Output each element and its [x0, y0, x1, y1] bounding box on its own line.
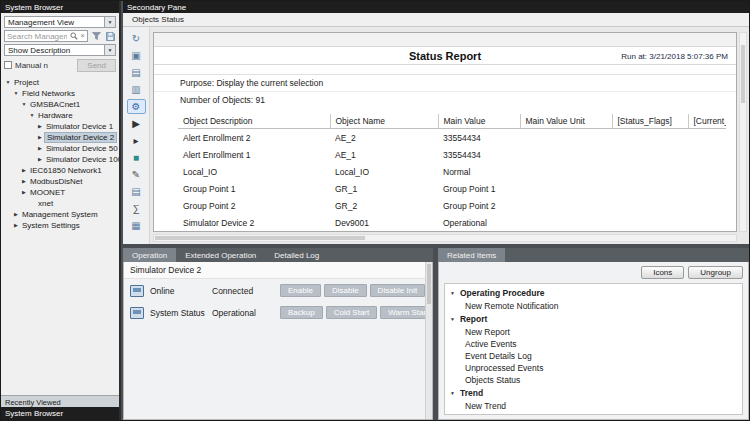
print-icon[interactable]: ▥ [127, 82, 146, 97]
related-group-operating-procedure[interactable]: ▼Operating Procedure [450, 286, 737, 300]
report-cell [612, 231, 688, 232]
export-icon[interactable]: ▤ [127, 65, 146, 80]
tree-item-gmsbacnet1[interactable]: ▼GMSBACnet1 [1, 99, 119, 110]
recently-viewed-bar[interactable]: Recently Viewed [1, 395, 119, 407]
tab-objects-status[interactable]: Objects Status [123, 14, 193, 25]
tab-operation[interactable]: Operation [123, 248, 176, 262]
run-icon[interactable]: ▶ [127, 116, 146, 131]
scrollbar-thumb[interactable] [427, 264, 431, 304]
scrollbar-thumb[interactable] [155, 236, 365, 240]
dropdown-arrow-icon[interactable]: ▼ [104, 17, 115, 27]
report-cell [612, 214, 688, 231]
system-browser-bottom-tab[interactable]: System Browser [1, 407, 119, 420]
related-item-new-trend[interactable]: New Trend [450, 400, 737, 412]
report-cell [520, 146, 612, 163]
manual-navigation-checkbox[interactable] [4, 61, 12, 69]
tree-item-simulator-device-50[interactable]: ▶Simulator Device 50 [1, 143, 119, 154]
report-column-header: Object Name [330, 114, 438, 129]
report-cell [688, 231, 726, 232]
document-icon[interactable]: ▤ [127, 184, 146, 199]
related-item-unprocessed-events[interactable]: Unprocessed Events [450, 362, 737, 374]
report-cell [612, 163, 688, 180]
tree-item-project[interactable]: ▼Project [1, 77, 119, 88]
tab-related-items[interactable]: Related Items [438, 248, 505, 262]
expand-icon[interactable]: ▶ [36, 146, 44, 151]
description-mode-dropdown[interactable]: Show Description ▼ [4, 44, 116, 56]
secondary-pane-title: Secondary Pane [123, 1, 749, 13]
expand-icon[interactable]: ▶ [12, 212, 20, 217]
report-cell: Group Point 1 [178, 180, 330, 197]
related-item-event-details-log[interactable]: Event Details Log [450, 350, 737, 362]
stop-icon[interactable]: ■ [127, 150, 146, 165]
tree-item-hardware[interactable]: ▼Hardware [1, 110, 119, 121]
formula-icon[interactable]: ∑ [127, 201, 146, 216]
cold-start-button[interactable]: Cold Start [326, 306, 378, 319]
related-group-label: Trend [460, 388, 483, 398]
tree-item-label: xnet [36, 199, 55, 208]
backup-button[interactable]: Backup [280, 306, 323, 319]
save-search-icon[interactable] [104, 30, 116, 42]
filter-icon[interactable] [90, 30, 102, 42]
collapse-icon[interactable]: ▼ [20, 102, 28, 107]
tree-item-field-networks[interactable]: ▼Field Networks [1, 88, 119, 99]
related-item-active-events[interactable]: Active Events [450, 338, 737, 350]
refresh-icon[interactable]: ↻ [127, 31, 146, 46]
related-item-new-report[interactable]: New Report [450, 326, 737, 338]
resume-icon[interactable]: ▸ [127, 133, 146, 148]
tree-item-simulator-device-2[interactable]: ▶Simulator Device 2 [1, 132, 119, 143]
icons-button[interactable]: Icons [641, 266, 684, 279]
report-table: Object DescriptionObject NameMain ValueM… [178, 114, 726, 232]
report-body: Alert Enrollment 2AE_233554434Alert Enro… [178, 129, 726, 233]
tree-item-management-system[interactable]: ▶Management System [1, 209, 119, 220]
expand-icon[interactable]: ▶ [20, 179, 28, 184]
search-input[interactable] [5, 32, 69, 41]
expand-icon[interactable]: ▶ [36, 124, 44, 129]
related-group-report[interactable]: ▼Report [450, 312, 737, 326]
enable-button[interactable]: Enable [280, 284, 321, 297]
collapse-icon[interactable]: ▼ [12, 91, 20, 96]
tab-detailed-log[interactable]: Detailed Log [265, 248, 328, 262]
operation-scrollbar[interactable] [425, 262, 432, 419]
expand-icon[interactable]: ▶ [20, 190, 28, 195]
collapse-icon[interactable]: ▼ [28, 113, 36, 118]
operation-panel: OperationExtended OperationDetailed Log … [123, 248, 433, 420]
related-group-trend[interactable]: ▼Trend [450, 386, 737, 400]
tree-item-simulator-device-1[interactable]: ▶Simulator Device 1 [1, 121, 119, 132]
collapse-icon[interactable]: ▼ [4, 80, 12, 85]
related-item-objects-status[interactable]: Objects Status [450, 374, 737, 386]
report-cell [688, 197, 726, 214]
report-vertical-scrollbar[interactable] [739, 32, 747, 232]
operation-property-value: Connected [212, 286, 274, 296]
report-cell: Local_IO [330, 163, 438, 180]
tab-extended-operation[interactable]: Extended Operation [176, 248, 265, 262]
tree-item-moonet[interactable]: ▶MOONET [1, 187, 119, 198]
tree-item-system-settings[interactable]: ▶System Settings [1, 220, 119, 231]
expand-icon[interactable]: ▶ [36, 157, 44, 162]
dropdown-arrow-icon[interactable]: ▼ [104, 45, 115, 55]
tree-item-xnet[interactable]: xnet [1, 198, 119, 209]
related-item-new-remote-notification[interactable]: New Remote Notification [450, 300, 737, 312]
save-icon[interactable]: ▣ [127, 48, 146, 63]
scrollbar-thumb[interactable] [741, 45, 745, 103]
disable-init-button[interactable]: Disable Init [370, 284, 426, 297]
tree-item-modbusdisnet[interactable]: ▶ModbusDisNet [1, 176, 119, 187]
ungroup-button[interactable]: Ungroup [688, 266, 743, 279]
report-horizontal-scrollbar[interactable] [153, 234, 737, 242]
clear-search-icon[interactable]: × [78, 32, 87, 40]
report-cell [520, 197, 612, 214]
expand-icon[interactable]: ▶ [36, 135, 44, 140]
disable-button[interactable]: Disable [324, 284, 367, 297]
expand-icon[interactable]: ▶ [12, 223, 20, 228]
operation-property-value: Operational [212, 308, 274, 318]
report-column-header: [Current_Priority] [688, 114, 726, 129]
settings-icon[interactable]: ⚙ [127, 99, 146, 114]
chart-icon[interactable]: ▦ [127, 218, 146, 233]
send-button[interactable]: Send [77, 59, 116, 72]
report-cell: ACC_2 [330, 231, 438, 232]
search-icon[interactable] [69, 32, 78, 40]
expand-icon[interactable]: ▶ [20, 168, 28, 173]
tree-item-iec61850-network1[interactable]: ▶IEC61850 Network1 [1, 165, 119, 176]
edit-icon[interactable]: ✎ [127, 167, 146, 182]
view-selector-dropdown[interactable]: Management View ▼ [4, 16, 116, 28]
tree-item-simulator-device-100[interactable]: ▶Simulator Device 100 [1, 154, 119, 165]
